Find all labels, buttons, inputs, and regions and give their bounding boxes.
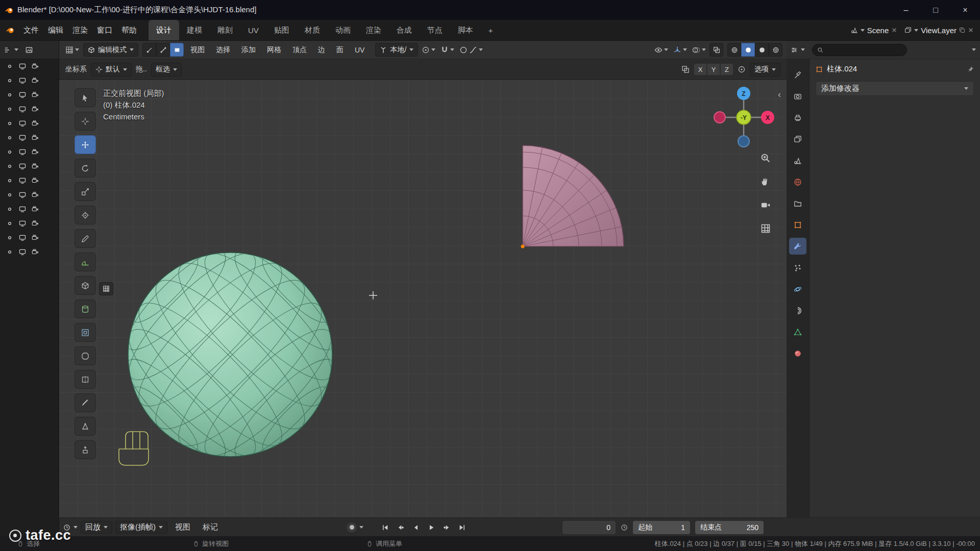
selectable-toggle-icon[interactable] — [6, 91, 13, 98]
blender-menu-button[interactable] — [0, 24, 19, 36]
move-tool[interactable] — [75, 135, 96, 154]
render-visibility-icon[interactable] — [32, 63, 39, 70]
workspace-tab-texture[interactable]: 贴图 — [266, 20, 297, 40]
tab-world[interactable] — [789, 173, 806, 190]
frame-start-field[interactable]: 起始 1 — [633, 521, 690, 534]
render-visibility-icon[interactable] — [32, 106, 39, 113]
face-select-button[interactable] — [170, 43, 184, 57]
render-visibility-icon[interactable] — [32, 77, 39, 84]
shading-wireframe-button[interactable] — [727, 43, 741, 57]
outliner-row[interactable] — [0, 188, 59, 202]
selectable-toggle-icon[interactable] — [6, 220, 13, 227]
outliner-row[interactable] — [0, 145, 59, 159]
workspace-tab-material[interactable]: 材质 — [297, 20, 328, 40]
selected-wireframe-object[interactable] — [119, 432, 149, 465]
viewport-visibility-icon[interactable] — [19, 63, 26, 70]
viewport-visibility-icon[interactable] — [19, 234, 26, 241]
shading-rendered-button[interactable] — [769, 43, 782, 57]
render-visibility-icon[interactable] — [32, 134, 39, 141]
properties-editor-caret-icon[interactable] — [801, 48, 805, 51]
selectable-toggle-icon[interactable] — [6, 191, 13, 198]
viewport-visibility-icon[interactable] — [19, 120, 26, 127]
next-keyframe-button[interactable] — [440, 521, 453, 534]
viewport-visibility-icon[interactable] — [19, 163, 26, 170]
menu-window[interactable]: 窗口 — [92, 23, 117, 37]
add-modifier-dropdown[interactable]: 添加修改器 — [816, 81, 974, 96]
keying-set-caret-icon[interactable] — [359, 526, 363, 529]
menu-view[interactable]: 视图 — [186, 43, 209, 57]
transform-orientation-dropdown[interactable]: 本地/ — [375, 43, 418, 57]
selectable-toggle-icon[interactable] — [6, 177, 13, 184]
cursor-tool[interactable] — [75, 112, 96, 131]
outliner-row[interactable] — [0, 159, 59, 173]
axis-y-toggle[interactable]: Y — [707, 63, 720, 76]
minimize-button[interactable]: – — [891, 0, 921, 20]
pan-hand-icon[interactable] — [761, 177, 771, 187]
sidebar-collapse-chevron[interactable]: ‹ — [778, 89, 781, 100]
workspace-tab-design[interactable]: 设计 — [149, 20, 179, 40]
overlays-dropdown[interactable] — [691, 46, 707, 54]
navigation-gizmo[interactable]: Z X -Y — [710, 84, 777, 151]
scene-unlink-icon[interactable] — [891, 27, 897, 33]
menu-file[interactable]: 文件 — [19, 23, 43, 37]
viewlayer-copy-icon[interactable] — [959, 27, 965, 33]
outliner-row[interactable] — [0, 59, 59, 73]
timeline-view-menu[interactable]: 视图 — [170, 520, 195, 534]
spin-tool[interactable] — [75, 440, 96, 459]
selectable-toggle-icon[interactable] — [6, 77, 13, 84]
axis-z-toggle[interactable]: Z — [720, 63, 733, 76]
add-workspace-button[interactable]: + — [481, 20, 501, 40]
render-visibility-icon[interactable] — [32, 234, 39, 241]
camera-view-icon[interactable] — [761, 200, 771, 210]
keying-dropdown[interactable]: 抠像(插帧) — [115, 521, 167, 534]
selectable-toggle-icon[interactable] — [6, 234, 13, 241]
selectable-toggle-icon[interactable] — [6, 120, 13, 127]
bevel-tool[interactable] — [75, 346, 96, 365]
outliner-row[interactable] — [0, 131, 59, 145]
frame-end-field[interactable]: 结束点 250 — [695, 521, 764, 534]
show-hide-dropdown[interactable] — [653, 46, 670, 54]
outliner-row[interactable] — [0, 202, 59, 216]
menu-vertex[interactable]: 顶点 — [288, 43, 311, 57]
viewlayer-unlink-icon[interactable] — [968, 27, 974, 33]
tab-output[interactable] — [789, 109, 806, 126]
select-box-tool[interactable] — [75, 88, 96, 107]
prev-keyframe-button[interactable] — [394, 521, 407, 534]
render-visibility-icon[interactable] — [32, 120, 39, 127]
menu-help[interactable]: 帮助 — [117, 23, 141, 37]
box-select-dropdown[interactable]: 框选 — [151, 63, 182, 77]
tab-collection[interactable] — [789, 195, 806, 212]
menu-mesh[interactable]: 网格 — [262, 43, 286, 57]
menu-face[interactable]: 面 — [332, 43, 348, 57]
add-cube-tool[interactable] — [75, 276, 96, 295]
render-visibility-icon[interactable] — [32, 177, 39, 184]
sphere-mesh-object[interactable] — [85, 209, 376, 500]
selectable-toggle-icon[interactable] — [6, 163, 13, 170]
auto-keying-record-button[interactable] — [346, 522, 357, 533]
menu-select[interactable]: 选择 — [211, 43, 235, 57]
tab-object-data[interactable] — [789, 323, 806, 340]
render-visibility-icon[interactable] — [32, 91, 39, 98]
menu-edge[interactable]: 边 — [313, 43, 330, 57]
quarter-dome-mesh-object[interactable] — [521, 145, 624, 248]
scene-selector[interactable]: Scene — [851, 26, 898, 35]
extrude-region-tool[interactable] — [75, 299, 96, 318]
snap-target-icon[interactable] — [738, 65, 746, 73]
viewport-3d[interactable]: 正交前视图 (局部) (0) 柱体.024 Centimeters — [59, 80, 787, 517]
gizmo-neg-x-axis[interactable] — [714, 112, 725, 123]
tab-tool[interactable] — [789, 66, 806, 83]
properties-options-caret-icon[interactable] — [972, 48, 976, 51]
loop-cut-tool[interactable] — [75, 370, 96, 389]
tab-material[interactable] — [789, 345, 806, 362]
tab-particles[interactable] — [789, 259, 806, 276]
toggle-grid-icon[interactable] — [761, 223, 771, 234]
viewport-visibility-icon[interactable] — [19, 106, 26, 113]
play-reverse-button[interactable] — [409, 521, 423, 534]
render-visibility-icon[interactable] — [32, 206, 39, 213]
tab-constraints[interactable] — [789, 302, 806, 319]
menu-edit[interactable]: 编辑 — [43, 23, 68, 37]
measure-tool[interactable] — [75, 253, 96, 271]
selectable-toggle-icon[interactable] — [6, 134, 13, 141]
outliner-row[interactable] — [0, 73, 59, 88]
snap-toggle-group[interactable] — [439, 46, 456, 54]
